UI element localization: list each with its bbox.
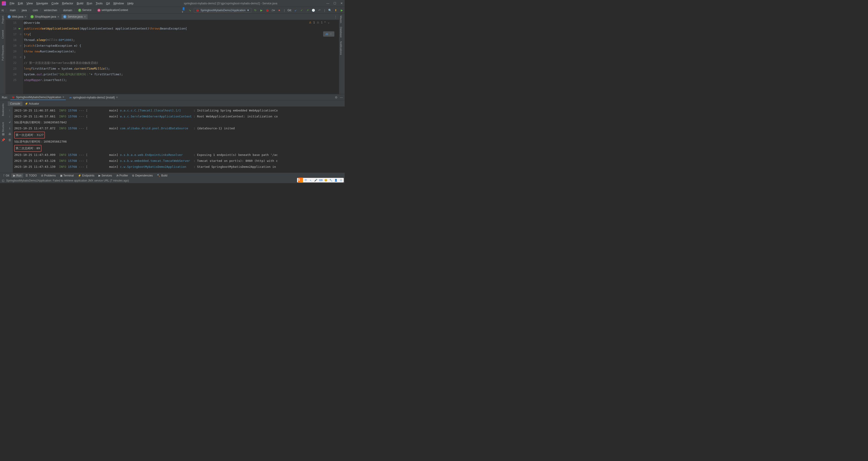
git-update-icon[interactable]: ↙ xyxy=(293,8,298,12)
menu-file[interactable]: File xyxy=(8,1,16,5)
git-push-icon[interactable]: ↗ xyxy=(306,8,310,12)
coverage-icon[interactable]: ◔▾ xyxy=(271,8,275,12)
bottom-tab-endpoints[interactable]: ⚡ Endpoints xyxy=(76,173,96,177)
tab-web-java[interactable]: CWeb.java✕ xyxy=(6,14,29,19)
ime-icon[interactable]: 👤 xyxy=(334,178,338,182)
code-editor[interactable]: 1516●↑17⊟1819⊟2021⊟22232425 @Override pu… xyxy=(6,20,339,94)
code-line[interactable]: @Override xyxy=(24,20,339,26)
tabs-more-icon[interactable]: ⋮ xyxy=(332,15,339,19)
menu-edit[interactable]: Edit xyxy=(17,1,24,5)
code-line[interactable]: shopMapper.insertTest(); xyxy=(24,77,339,83)
run-gutter-icon[interactable]: ●↑ xyxy=(19,27,21,30)
tab-service-java[interactable]: CService.java✕ xyxy=(61,14,88,19)
menu-navigate[interactable]: Navigate xyxy=(35,1,49,5)
bottom-tab-dependencies[interactable]: ⧉ Dependencies xyxy=(130,173,155,177)
bottom-tab-git[interactable]: ᚶ Git xyxy=(1,173,11,177)
code-line[interactable]: long firstStartTime = System.currentTime… xyxy=(24,66,339,71)
crumb-java[interactable]: java xyxy=(21,9,28,12)
ide-update-icon[interactable]: ⬆ xyxy=(334,8,338,12)
code-line[interactable]: throw new RuntimeException(e); xyxy=(24,48,339,54)
menu-code[interactable]: Code xyxy=(50,1,60,5)
bottom-tab-terminal[interactable]: ▣ Terminal xyxy=(58,173,75,177)
gear-icon[interactable]: ⚙ xyxy=(335,96,338,99)
bottom-tab-build[interactable]: 🔨 Build xyxy=(155,173,169,177)
tool-project[interactable]: Project xyxy=(1,15,5,25)
close-icon[interactable]: ✕ xyxy=(116,96,118,99)
ime-icon[interactable]: 😊 xyxy=(324,178,328,182)
minimize-icon[interactable]: — xyxy=(327,2,329,5)
crumb-domain[interactable]: domain xyxy=(63,9,73,12)
sogou-icon[interactable]: S xyxy=(298,177,303,183)
run-tab[interactable]: 🐞SpringbootMybatisDemo2Application ✕ xyxy=(10,95,66,100)
git-commit-icon[interactable]: ✓ xyxy=(300,8,304,12)
inspections-widget[interactable]: ⚠1 ⚠1 ^⌄ xyxy=(309,21,330,24)
bottom-tab-problems[interactable]: ⊘ Problems xyxy=(39,173,58,177)
console-output[interactable]: 2023-10-25 11:46:37.661 INFO 15768 --- [… xyxy=(13,107,345,175)
hide-icon[interactable]: — xyxy=(340,96,343,99)
maximize-icon[interactable]: ☐ xyxy=(334,2,336,5)
menu-run[interactable]: Run xyxy=(86,1,94,5)
crumb-com[interactable]: com xyxy=(32,9,39,12)
git-history-icon[interactable]: 🕓 xyxy=(311,8,316,12)
scroll-end-icon[interactable]: ⤓ xyxy=(7,126,12,130)
menu-window[interactable]: Window xyxy=(112,1,125,5)
hammer-icon[interactable]: ↘ xyxy=(188,8,192,12)
pin-icon[interactable]: 📌 xyxy=(1,138,5,142)
run-configuration-selector[interactable]: 🐞 SpringbootMybatisDemo2Application ▼ xyxy=(194,8,251,12)
tool-commit[interactable]: Commit xyxy=(1,29,5,40)
ime-icon[interactable]: 中 xyxy=(304,178,308,182)
menu-view[interactable]: View xyxy=(25,1,34,5)
tool-maven[interactable]: Maven xyxy=(339,14,343,25)
bottom-tab-profiler[interactable]: ◔ Profiler xyxy=(114,173,130,177)
code-line[interactable]: public void setApplicationContext(Applic… xyxy=(24,26,339,31)
clear-icon[interactable]: 🗑 xyxy=(7,138,12,142)
menu-refactor[interactable]: Refactor xyxy=(61,1,75,5)
close-tab-icon[interactable]: ✕ xyxy=(57,15,59,18)
crumb-winterchen[interactable]: winterchen xyxy=(43,9,58,12)
code-line[interactable]: try { xyxy=(24,31,339,37)
tool-pull-requests[interactable]: Pull Requests xyxy=(1,44,5,62)
stop-icon[interactable]: ■ xyxy=(277,8,281,12)
crumb-main[interactable]: main xyxy=(9,9,17,12)
bottom-tab-run[interactable]: ▶ Run xyxy=(11,173,23,177)
crumb-Service[interactable]: Service xyxy=(78,8,92,12)
ime-icon[interactable]: •, xyxy=(309,178,313,182)
ime-icon[interactable]: ☰ xyxy=(339,178,343,182)
tool-database[interactable]: Database xyxy=(339,25,343,39)
tab-shopmapper-java[interactable]: IShopMapper.java✕ xyxy=(29,14,61,19)
tool-bookmarks[interactable]: Bookmarks xyxy=(1,103,5,117)
code-line[interactable]: System.out.println("SQL语句执行前时间：" + first… xyxy=(24,71,339,77)
tab-actuator[interactable]: ⚡Actuator xyxy=(23,101,41,106)
run-tab[interactable]: mspringboot-mybatis-demo2 [install] ✕ xyxy=(68,95,119,100)
print-icon[interactable]: 🖶 xyxy=(7,132,12,136)
tab-console[interactable]: Console xyxy=(8,101,23,106)
bottom-tab-todo[interactable]: ☰ TODO xyxy=(24,173,38,177)
menu-help[interactable]: Help xyxy=(126,1,135,5)
crumb-rc[interactable]: rc xyxy=(1,9,5,12)
menu-git[interactable]: Git xyxy=(105,1,111,5)
play-icon[interactable]: ▶ xyxy=(259,8,264,12)
reload-icon[interactable]: ↻ xyxy=(253,8,257,12)
ime-icon[interactable]: ⌨ xyxy=(319,178,323,182)
close-icon[interactable]: ✕ xyxy=(340,2,343,5)
code-line[interactable]: Thread.sleep( millis: 60*1000); xyxy=(24,37,339,43)
up-icon[interactable]: ↑ xyxy=(7,108,12,112)
tool-structure[interactable]: Structure xyxy=(1,121,5,133)
close-icon[interactable]: ✕ xyxy=(62,96,64,99)
code-line[interactable]: } xyxy=(24,54,339,60)
bottom-tab-services[interactable]: ▶ Services xyxy=(97,173,114,177)
tool-notifications[interactable]: Notifications xyxy=(339,39,343,57)
code-content[interactable]: @Override public void setApplicationCont… xyxy=(23,20,339,94)
search-icon[interactable]: 🔍 xyxy=(328,8,332,12)
close-widget-icon[interactable]: ✕ xyxy=(330,32,332,36)
menu-tools[interactable]: Tools xyxy=(94,1,104,5)
ime-icon[interactable]: 🎤 xyxy=(314,178,318,182)
close-tab-icon[interactable]: ✕ xyxy=(84,15,86,18)
down-icon[interactable]: ↓ xyxy=(7,114,12,118)
debug-icon[interactable]: 🐞 xyxy=(265,8,269,12)
close-tab-icon[interactable]: ✕ xyxy=(25,15,27,18)
git-rollback-icon[interactable]: ↶ xyxy=(317,8,321,12)
crumb-setApplicationContext[interactable]: setApplicationContext xyxy=(97,8,129,12)
ime-icon[interactable]: 🔧 xyxy=(329,178,333,182)
user-icon[interactable]: 👤▾ xyxy=(182,8,186,12)
